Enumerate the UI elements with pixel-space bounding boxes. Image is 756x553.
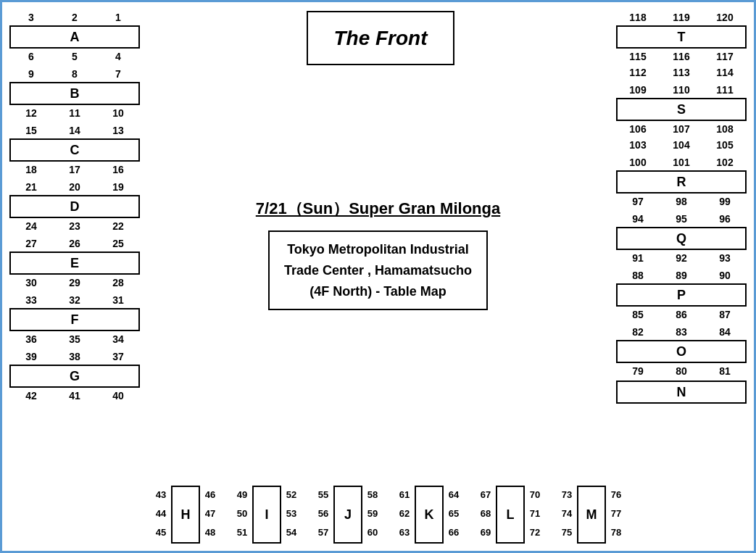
seat-52: 52 bbox=[281, 486, 302, 504]
seat-39: 39 bbox=[9, 349, 53, 365]
seat-33: 33 bbox=[9, 292, 53, 308]
table-group-m: 73 74 75 M 76 77 78 bbox=[557, 486, 626, 544]
table-i: I bbox=[252, 486, 281, 544]
seat-36: 36 bbox=[9, 331, 53, 347]
m-wrapper: 73 74 75 M 76 77 78 bbox=[557, 486, 626, 544]
seat-114: 114 bbox=[703, 65, 747, 80]
seat-47: 47 bbox=[200, 504, 220, 523]
seat-1: 1 bbox=[96, 9, 140, 25]
seat-100: 100 bbox=[616, 154, 660, 170]
table-m: M bbox=[577, 486, 606, 544]
table-group-b: 9 8 7 B 12 11 10 bbox=[9, 66, 140, 121]
seat-85: 85 bbox=[616, 307, 660, 323]
seat-99: 99 bbox=[703, 194, 747, 209]
seat-110: 110 bbox=[660, 82, 703, 98]
seat-67: 67 bbox=[475, 486, 496, 504]
seat-row: 91 92 93 bbox=[616, 250, 747, 266]
seat-104: 104 bbox=[660, 137, 703, 153]
table-group-i: 49 50 51 I 52 53 54 bbox=[232, 486, 302, 544]
seat-83: 83 bbox=[660, 324, 703, 340]
seat-row: 21 20 19 bbox=[9, 179, 140, 195]
table-n: N bbox=[616, 381, 747, 404]
table-g: G bbox=[9, 365, 140, 388]
seat-row: 94 95 96 bbox=[616, 211, 747, 227]
seat-row: 115 116 117 bbox=[616, 49, 747, 65]
seat-row: 6 5 4 bbox=[9, 49, 140, 65]
seat-row: 88 89 90 bbox=[616, 267, 747, 283]
seat-118: 118 bbox=[616, 9, 660, 25]
seat-25: 25 bbox=[96, 236, 140, 251]
seat-49: 49 bbox=[232, 486, 252, 504]
seat-7: 7 bbox=[96, 66, 140, 82]
seat-11: 11 bbox=[53, 105, 96, 121]
seat-35: 35 bbox=[53, 331, 96, 347]
seat-86: 86 bbox=[660, 307, 703, 323]
table-t: T bbox=[616, 25, 747, 49]
table-q: Q bbox=[616, 227, 747, 250]
seat-59: 59 bbox=[362, 504, 383, 523]
i-wrapper: 49 50 51 I 52 53 54 bbox=[232, 486, 302, 544]
table-group-j: 55 56 57 J 58 59 60 bbox=[313, 486, 383, 544]
table-group-h: 43 44 45 H 46 47 48 bbox=[151, 486, 220, 544]
seat-109: 109 bbox=[616, 82, 660, 98]
seat-69: 69 bbox=[475, 523, 496, 542]
k-right-nums: 64 65 66 bbox=[444, 486, 464, 544]
seat-32: 32 bbox=[53, 292, 96, 308]
table-l: L bbox=[496, 486, 525, 544]
table-group-d: 21 20 19 D 24 23 22 bbox=[9, 179, 140, 234]
seat-row: 24 23 22 bbox=[9, 218, 140, 234]
seat-6: 6 bbox=[9, 49, 53, 65]
seat-34: 34 bbox=[96, 331, 140, 347]
seat-57: 57 bbox=[313, 523, 333, 542]
table-group-t: 118 119 120 T 115 116 117 112 113 114 bbox=[616, 9, 747, 80]
seat-15: 15 bbox=[9, 122, 53, 138]
seat-24: 24 bbox=[9, 218, 53, 234]
right-section: 118 119 120 T 115 116 117 112 113 114 10… bbox=[616, 9, 747, 404]
seat-60: 60 bbox=[362, 523, 383, 542]
seat-70: 70 bbox=[525, 486, 545, 504]
seat-46: 46 bbox=[200, 486, 220, 504]
seat-72: 72 bbox=[525, 523, 545, 542]
front-label-box: The Front bbox=[307, 11, 454, 65]
left-section: 3 2 1 A 6 5 4 9 8 7 B 12 11 10 bbox=[9, 9, 140, 404]
table-group-r: 100 101 102 R 97 98 99 bbox=[616, 154, 747, 209]
seat-13: 13 bbox=[96, 122, 140, 138]
seat-101: 101 bbox=[660, 154, 703, 170]
seat-2: 2 bbox=[53, 9, 96, 25]
seat-106: 106 bbox=[616, 121, 660, 137]
seat-12: 12 bbox=[9, 105, 53, 121]
seat-row: 79 80 81 bbox=[616, 363, 747, 379]
seat-5: 5 bbox=[53, 49, 96, 65]
seat-89: 89 bbox=[660, 267, 703, 283]
seat-48: 48 bbox=[200, 523, 220, 542]
h-wrapper: 43 44 45 H 46 47 48 bbox=[151, 486, 220, 544]
seat-row: 3 2 1 bbox=[9, 9, 140, 25]
seat-68: 68 bbox=[475, 504, 496, 523]
table-a: A bbox=[9, 25, 140, 49]
seat-16: 16 bbox=[96, 162, 140, 178]
table-h: H bbox=[171, 486, 200, 544]
seat-108: 108 bbox=[703, 121, 747, 137]
seat-77: 77 bbox=[606, 504, 626, 523]
seat-8: 8 bbox=[53, 66, 96, 82]
seat-93: 93 bbox=[703, 250, 747, 266]
seat-74: 74 bbox=[557, 504, 577, 523]
seat-row: 9 8 7 bbox=[9, 66, 140, 82]
seat-66: 66 bbox=[444, 523, 464, 542]
seat-97: 97 bbox=[616, 194, 660, 209]
j-left-nums: 55 56 57 bbox=[313, 486, 333, 544]
seat-row: 100 101 102 bbox=[616, 154, 747, 170]
m-left-nums: 73 74 75 bbox=[557, 486, 577, 544]
seat-30: 30 bbox=[9, 275, 53, 291]
event-title: 7/21（Sun）Super Gran Milonga bbox=[162, 198, 594, 220]
table-group-e: 27 26 25 E 30 29 28 bbox=[9, 236, 140, 291]
seat-18: 18 bbox=[9, 162, 53, 178]
h-right-nums: 46 47 48 bbox=[200, 486, 220, 544]
seat-23: 23 bbox=[53, 218, 96, 234]
seat-row: 36 35 34 bbox=[9, 331, 140, 347]
seat-55: 55 bbox=[313, 486, 333, 504]
seat-62: 62 bbox=[394, 504, 415, 523]
seat-103: 103 bbox=[616, 137, 660, 153]
venue-line1: Tokyo Metropolitan Industrial bbox=[284, 239, 472, 260]
table-s: S bbox=[616, 98, 747, 121]
